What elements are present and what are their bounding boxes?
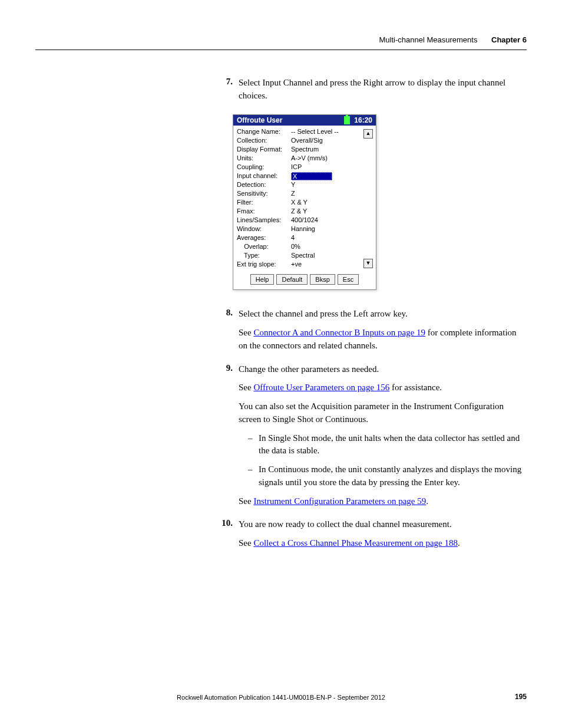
default-button[interactable]: Default [276,274,308,285]
step-number: 9. [0,363,239,514]
step-text: Select Input Channel and press the Right… [239,77,527,103]
row-label: Overlap: [237,243,291,252]
link-offroute-params[interactable]: Offroute User Parameters on page 156 [253,383,389,392]
row-value[interactable]: Spectrum [291,146,363,154]
labels-column: Change Name: Collection: Display Format:… [237,128,291,269]
step-body: You are now ready to collect the dual ch… [239,518,527,556]
footer-publication: Rockwell Automation Publication 1441-UM0… [0,694,562,701]
device-button-bar: Help Default Bksp Esc [233,271,376,289]
row-value[interactable]: ICP [291,163,363,172]
row-label: Averages: [237,234,291,243]
header-chapter: Chapter 6 [491,35,527,44]
row-value[interactable]: Z [291,190,363,199]
step-body: Select Input Channel and press the Right… [239,77,527,108]
step-text: You are now ready to collect the dual ch… [239,518,527,531]
row-value[interactable]: +ve [291,261,363,269]
row-value[interactable]: Overall/Sig [291,137,363,146]
page-number: 195 [515,693,527,701]
step-body: Change the other parameters as needed. S… [239,363,527,514]
sub-bullet: – In Continuous mode, the unit constantl… [248,463,527,489]
row-label: Input channel: [237,172,291,181]
battery-icon [344,116,350,124]
row-label: Display Format: [237,146,291,154]
step-7: 7. Select Input Channel and press the Ri… [0,77,527,108]
device-screenshot: Offroute User 16:20 Change Name: Collect… [233,114,376,291]
row-label: Fmax: [237,207,291,216]
row-label: Collection: [237,137,291,146]
step-para: See Collect a Cross Channel Phase Measur… [239,537,527,550]
page-header: Multi-channel Measurements Chapter 6 [379,35,527,44]
esc-button[interactable]: Esc [338,274,359,285]
header-rule [35,50,527,50]
device-time: 16:20 [354,116,372,124]
main-content: 7. Select Input Channel and press the Ri… [0,77,527,561]
dash-icon: – [248,463,259,489]
row-value[interactable]: Y [291,181,363,190]
text-fragment: See [239,328,253,337]
row-value[interactable]: Hanning [291,225,363,234]
device-status: 16:20 [344,116,372,125]
link-collect-phase[interactable]: Collect a Cross Channel Phase Measuremen… [253,538,458,548]
row-value[interactable]: X & Y [291,199,363,207]
step-9: 9. Change the other parameters as needed… [0,363,527,514]
row-value[interactable]: -- Select Level -- [291,128,363,137]
step-8: 8. Select the channel and press the Left… [0,308,527,358]
row-label: Sensitivity: [237,190,291,199]
help-button[interactable]: Help [250,274,275,285]
text-fragment: See [239,496,253,506]
step-para: See Connector A and Connector B Inputs o… [239,327,527,353]
row-label: Detection: [237,181,291,190]
row-label: Lines/Samples: [237,216,291,225]
text-fragment: . [426,496,428,506]
step-number: 7. [0,77,239,108]
scroll-up-icon[interactable]: ▲ [363,129,373,139]
bksp-button[interactable]: Bksp [310,274,335,285]
link-connector-inputs[interactable]: Connector A and Connector B Inputs on pa… [253,328,425,337]
step-para: You can also set the Acquisition paramet… [239,400,527,426]
device-body: Change Name: Collection: Display Format:… [233,126,376,271]
row-value[interactable]: A->V (mm/s) [291,154,363,163]
step-number: 10. [0,518,239,556]
step-text: Change the other parameters as needed. [239,363,527,376]
row-value[interactable]: 4 [291,234,363,243]
step-para: See Offroute User Parameters on page 156… [239,381,527,394]
step-number: 8. [0,308,239,358]
sub-bullet: – In Single Shot mode, the unit halts wh… [248,432,527,458]
row-label: Filter: [237,199,291,207]
dash-icon: – [248,432,259,458]
device-titlebar: Offroute User 16:20 [233,115,376,126]
row-label: Type: [237,252,291,261]
row-value[interactable]: 0% [291,243,363,252]
scroll-down-icon[interactable]: ▼ [363,259,373,268]
row-value[interactable]: Z & Y [291,207,363,216]
text-fragment: . [458,538,460,548]
step-body: Select the channel and press the Left ar… [239,308,527,358]
row-label: Window: [237,225,291,234]
bullet-text: In Continuous mode, the unit constantly … [259,463,527,489]
link-instrument-config[interactable]: Instrument Configuration Parameters on p… [253,496,426,506]
values-column: -- Select Level -- Overall/Sig Spectrum … [291,128,363,269]
text-fragment: See [239,383,253,392]
row-value[interactable]: Spectral [291,252,363,261]
step-text: Select the channel and press the Left ar… [239,308,527,321]
row-label: Ext trig slope: [237,261,291,269]
row-value[interactable]: 400/1024 [291,216,363,225]
text-fragment: See [239,538,253,548]
text-fragment: for assistance. [389,383,442,392]
device-title: Offroute User [237,116,282,124]
step-para: See Instrument Configuration Parameters … [239,495,527,508]
scrollbar[interactable]: ▲ ▼ [363,128,373,269]
header-section: Multi-channel Measurements [379,35,478,44]
row-value-selected[interactable]: X [291,172,363,181]
step-10: 10. You are now ready to collect the dua… [0,518,527,556]
row-label: Change Name: [237,128,291,137]
bullet-text: In Single Shot mode, the unit halts when… [259,432,527,458]
row-label: Coupling: [237,163,291,172]
input-channel-selected[interactable]: X [291,172,332,180]
row-label: Units: [237,154,291,163]
